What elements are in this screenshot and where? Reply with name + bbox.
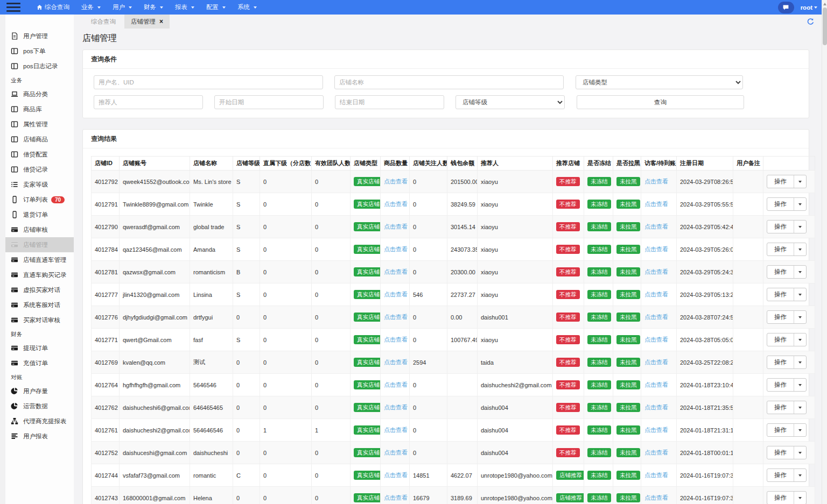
view-goods-link[interactable]: 点击查看 [384, 178, 408, 184]
sidebar-item-system-cs-chat[interactable]: 系统客服对话 [5, 297, 74, 313]
action-button[interactable]: 操作 [767, 469, 794, 481]
view-visitors-link[interactable]: 点击查看 [644, 427, 668, 433]
action-dropdown-toggle[interactable] [794, 221, 806, 233]
sidebar-item-goods-category[interactable]: 商品分类 [5, 87, 74, 102]
action-dropdown-toggle[interactable] [794, 446, 806, 459]
refresh-icon[interactable] [807, 18, 814, 25]
view-goods-link[interactable]: 点击查看 [384, 246, 408, 252]
search-button[interactable]: 查询 [577, 95, 744, 109]
sidebar-item-train-buy-record[interactable]: 直通车购买记录 [5, 267, 74, 282]
nav-item-report[interactable]: 报表 [175, 3, 194, 11]
view-visitors-link[interactable]: 点击查看 [644, 268, 668, 275]
view-goods-link[interactable]: 点击查看 [384, 291, 408, 297]
action-button[interactable]: 操作 [767, 379, 794, 391]
view-visitors-link[interactable]: 点击查看 [644, 336, 668, 343]
user-menu[interactable]: root [801, 4, 817, 11]
nav-item-config[interactable]: 配置 [206, 3, 226, 11]
shop-level-select[interactable]: 店铺等级 [455, 95, 565, 109]
sidebar-item-seller-level[interactable]: 卖家等级 [5, 177, 74, 192]
sidebar-item-loan-config[interactable]: 借贷配置 [5, 147, 74, 162]
action-split-button[interactable]: 操作 [767, 265, 807, 279]
view-visitors-link[interactable]: 点击查看 [644, 359, 668, 365]
sidebar-item-goods-lib[interactable]: 商品库 [5, 102, 74, 117]
view-goods-link[interactable]: 点击查看 [384, 336, 408, 343]
action-button[interactable]: 操作 [767, 424, 794, 436]
nav-item-business[interactable]: 业务 [81, 3, 101, 11]
action-split-button[interactable]: 操作 [767, 423, 807, 437]
action-button[interactable]: 操作 [767, 175, 794, 188]
view-visitors-link[interactable]: 点击查看 [644, 314, 668, 320]
action-split-button[interactable]: 操作 [767, 491, 807, 504]
action-button[interactable]: 操作 [767, 198, 794, 210]
sidebar-item-return-order[interactable]: 退货订单 [5, 207, 74, 222]
view-goods-link[interactable]: 点击查看 [384, 494, 408, 501]
username-uid-input[interactable] [94, 75, 323, 89]
action-dropdown-toggle[interactable] [794, 311, 806, 323]
action-dropdown-toggle[interactable] [794, 333, 806, 346]
shop-type-select[interactable]: 店铺类型 [576, 75, 743, 89]
sidebar-item-attr-mgmt[interactable]: 属性管理 [5, 117, 74, 132]
view-visitors-link[interactable]: 点击查看 [644, 291, 668, 297]
sidebar-item-order-list[interactable]: 订单列表70 [5, 192, 74, 207]
action-dropdown-toggle[interactable] [794, 288, 806, 301]
action-split-button[interactable]: 操作 [767, 310, 807, 324]
action-split-button[interactable]: 操作 [767, 468, 807, 482]
action-dropdown-toggle[interactable] [794, 175, 806, 188]
action-split-button[interactable]: 操作 [767, 446, 807, 459]
view-goods-link[interactable]: 点击查看 [384, 472, 408, 478]
sidebar-item-operation-data[interactable]: 运营数据 [5, 399, 74, 414]
view-goods-link[interactable]: 点击查看 [384, 201, 408, 207]
sidebar-item-shop-audit[interactable]: 店铺审核 [5, 222, 74, 237]
view-goods-link[interactable]: 点击查看 [384, 404, 408, 410]
action-split-button[interactable]: 操作 [767, 378, 807, 392]
view-goods-link[interactable]: 点击查看 [384, 449, 408, 456]
action-dropdown-toggle[interactable] [794, 492, 806, 504]
sidebar-item-pos-order[interactable]: pos下单 [5, 44, 74, 59]
action-dropdown-toggle[interactable] [794, 198, 806, 210]
scrollbar-up-arrow[interactable] [823, 3, 826, 5]
view-goods-link[interactable]: 点击查看 [384, 359, 408, 365]
sidebar-item-shop-goods[interactable]: 店铺商品 [5, 132, 74, 147]
tab-shop-management[interactable]: 店铺管理 × [124, 15, 170, 29]
action-dropdown-toggle[interactable] [794, 266, 806, 278]
action-split-button[interactable]: 操作 [767, 288, 807, 301]
sidebar-item-withdraw-order[interactable]: 提现订单 [5, 340, 74, 356]
action-button[interactable]: 操作 [767, 266, 794, 278]
sidebar-item-pos-log[interactable]: pos日志记录 [5, 59, 74, 74]
scrollbar-thumb[interactable] [823, 8, 827, 45]
start-date-input[interactable] [214, 95, 324, 109]
action-dropdown-toggle[interactable] [794, 356, 806, 368]
action-button[interactable]: 操作 [767, 401, 794, 414]
action-dropdown-toggle[interactable] [794, 379, 806, 391]
nav-item-finance[interactable]: 财务 [144, 3, 163, 11]
tab-home[interactable]: 综合查询 [82, 15, 124, 29]
action-dropdown-toggle[interactable] [794, 243, 806, 255]
sidebar-item-recharge-order[interactable]: 充值订单 [5, 356, 74, 371]
action-button[interactable]: 操作 [767, 221, 794, 233]
action-button[interactable]: 操作 [767, 333, 794, 346]
sidebar-item-agent-report[interactable]: 代理商充提报表 [5, 414, 74, 429]
action-split-button[interactable]: 操作 [767, 220, 807, 233]
chat-icon[interactable] [778, 2, 794, 13]
view-visitors-link[interactable]: 点击查看 [644, 201, 668, 207]
action-split-button[interactable]: 操作 [767, 197, 807, 211]
view-visitors-link[interactable]: 点击查看 [644, 223, 668, 230]
view-goods-link[interactable]: 点击查看 [384, 223, 408, 230]
shop-name-input[interactable] [334, 75, 564, 89]
sidebar-item-user-report[interactable]: 用户报表 [5, 429, 74, 444]
action-dropdown-toggle[interactable] [794, 401, 806, 414]
view-goods-link[interactable]: 点击查看 [384, 427, 408, 433]
action-split-button[interactable]: 操作 [767, 333, 807, 346]
scrollbar[interactable] [822, 0, 827, 504]
nav-item-system[interactable]: 系统 [237, 3, 257, 11]
view-visitors-link[interactable]: 点击查看 [644, 404, 668, 410]
action-button[interactable]: 操作 [767, 492, 794, 504]
action-split-button[interactable]: 操作 [767, 243, 807, 256]
view-goods-link[interactable]: 点击查看 [384, 268, 408, 275]
view-visitors-link[interactable]: 点击查看 [644, 381, 668, 388]
action-split-button[interactable]: 操作 [767, 401, 807, 414]
view-visitors-link[interactable]: 点击查看 [644, 494, 668, 501]
view-visitors-link[interactable]: 点击查看 [644, 246, 668, 252]
sidebar-item-virtual-buyer-chat[interactable]: 虚拟买家对话 [5, 282, 74, 297]
close-icon[interactable]: × [159, 18, 163, 25]
